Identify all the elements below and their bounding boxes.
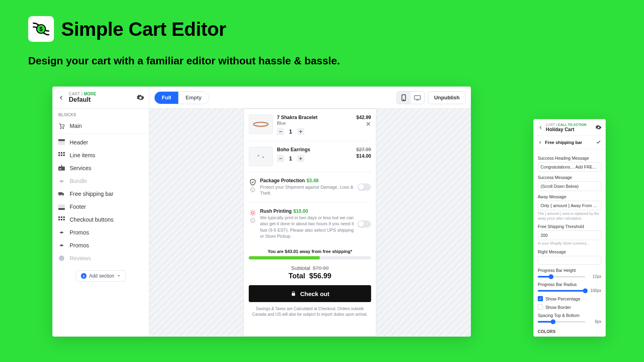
device-toggle [396,91,425,104]
show-percentage-checkbox[interactable]: ✓Show Percentage [538,296,601,301]
back-arrow-icon[interactable] [538,125,543,130]
spacing-slider[interactable] [538,321,585,323]
page-title: Default [69,96,133,103]
checkout-button[interactable]: Check out [249,285,371,302]
success-message-input[interactable]: (Scroll Down Below) [538,181,601,191]
progress-bar-height-slider[interactable] [538,276,585,278]
right-message-input[interactable] [538,256,601,265]
line-item: 7 Shakra Bracelet Blue − 1 + $42.99 [249,112,371,138]
sidebar-item-bundle[interactable]: Bundle [53,175,149,187]
progress-bar [249,256,371,259]
sidebar-item-label: Main [70,123,82,129]
svg-rect-25 [58,216,60,218]
success-heading-input[interactable]: Congratulations… Add FREE $50 Gift C [538,162,601,172]
rush-icon [249,209,256,216]
qty-plus-button[interactable]: + [297,155,304,162]
field-label: Success Message [538,175,601,180]
view-full-button[interactable]: Full [155,92,178,104]
product-variant: Blue [277,121,352,125]
sidebar-item-label: Promos [70,242,89,249]
show-border-checkbox[interactable]: Show Border [538,304,601,310]
blocks-sidebar: BLOCKS Main Header Line items Services B… [53,109,149,336]
svg-rect-28 [58,219,60,220]
svg-rect-18 [60,169,61,169]
product-name: 7 Shakra Bracelet [277,115,352,120]
field-label: Away Message [538,194,601,199]
service-desc: Protect your Shipment against Damage, Lo… [260,184,354,197]
field-label: Right Message [538,249,601,254]
desktop-icon[interactable] [411,92,424,104]
totals: Subtotal$70.98 Total$56.99 [249,265,371,280]
inspector-title: Holiday Cart [546,127,593,132]
sidebar-item-main[interactable]: Main [53,119,149,132]
qty-value: 1 [289,155,292,162]
away-message-input[interactable]: Only { amount } Away From <strong>Fr [538,201,601,210]
back-arrow-icon[interactable] [58,94,65,101]
threshold-input[interactable]: 200 [538,230,601,240]
sidebar-item-header[interactable]: Header [53,136,149,149]
qty-plus-button[interactable]: + [297,128,304,135]
sidebar-item-label: Bundle [70,178,87,184]
inspector-panel: CART | CALL TO ACTION Holiday Cart Free … [533,119,606,337]
field-label: Success Heading Message [538,156,601,160]
remove-item-icon[interactable] [365,121,371,128]
svg-rect-17 [61,165,62,167]
info-icon[interactable] [250,187,255,192]
quantity-stepper: − 1 + [277,155,352,162]
back-arrow-icon [538,140,543,145]
editor-topbar: CART | MORE Default Full Empty Unpublish [53,87,471,109]
sidebar-item-free-shipping-bar[interactable]: Free shipping bar [53,187,149,200]
editor-window: CART | MORE Default Full Empty Unpublish [52,86,471,337]
mobile-icon[interactable] [397,92,411,104]
inspector-section-header[interactable]: Free shipping bar [534,136,605,149]
line-item: Boho Earrings − 1 + $27.99 $14.00 [249,144,371,169]
product-price: $42.99 [356,115,371,120]
svg-rect-27 [63,216,65,218]
svg-rect-24 [58,206,65,207]
unpublish-button[interactable]: Unpublish [428,91,466,104]
field-help: The { amount } area is replaced by the a… [538,212,601,221]
service-toggle[interactable] [357,183,371,191]
gear-icon[interactable] [596,125,601,130]
service-row: Package Protection$3.48 Protect your Shi… [249,175,371,199]
sidebar-item-promos-1[interactable]: Promos [53,226,149,239]
qty-minus-button[interactable]: − [277,128,284,135]
service-toggle[interactable] [357,220,371,228]
sidebar-item-reviews[interactable]: Reviews [53,252,149,265]
sidebar-item-services[interactable]: Services [53,162,149,175]
svg-rect-10 [58,152,60,154]
qty-minus-button[interactable]: − [277,155,284,162]
svg-point-35 [258,155,259,156]
chevron-down-icon [117,274,121,278]
svg-rect-4 [415,95,421,99]
sidebar-item-checkout-buttons[interactable]: Checkout buttons [53,213,149,226]
svg-point-5 [60,128,61,129]
gear-icon[interactable] [137,94,144,101]
svg-rect-14 [61,154,62,156]
svg-rect-30 [63,219,65,220]
total-value: $56.99 [309,272,331,280]
svg-rect-7 [58,139,65,141]
breadcrumb-more[interactable]: MORE [84,92,96,96]
view-empty-button[interactable]: Empty [178,92,209,104]
add-section-button[interactable]: + Add section [76,270,126,282]
view-mode-toggle: Full Empty [154,91,209,104]
plus-icon: + [81,273,87,279]
svg-point-3 [404,99,405,100]
svg-rect-9 [58,144,65,144]
svg-point-21 [62,195,64,196]
svg-rect-16 [58,167,65,171]
lock-icon [291,291,296,296]
svg-text:$: $ [39,26,43,32]
sidebar-item-promos-2[interactable]: Promos [53,239,149,252]
sidebar-item-footer[interactable]: Footer [53,200,149,213]
svg-rect-23 [58,205,65,206]
hero: $ Simple Cart Editor Design your cart wi… [0,0,644,67]
svg-point-33 [62,257,63,258]
product-price: $14.00 [356,153,371,159]
sidebar-item-line-items[interactable]: Line items [53,149,149,162]
svg-point-6 [63,128,64,129]
progress-bar-radius-slider[interactable] [538,290,585,292]
info-icon[interactable] [250,218,255,223]
field-label: Progress Bar Radius [538,282,601,287]
